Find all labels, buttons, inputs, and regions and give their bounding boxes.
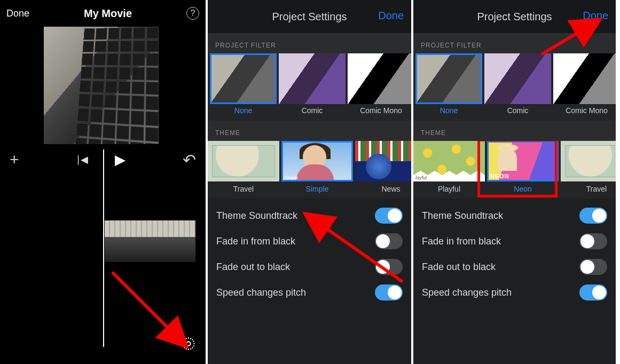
theme-news[interactable]: News	[355, 141, 411, 195]
toggle-list: Theme Soundtrack Fade in from black Fade…	[413, 199, 616, 310]
settings-done-button[interactable]: Done	[378, 10, 404, 22]
video-preview	[44, 27, 159, 144]
svg-line-3	[541, 19, 600, 54]
settings-pane-simple: Project Settings Done PROJECT FILTER Non…	[208, 0, 413, 364]
filter-comic[interactable]: Comic	[484, 53, 551, 117]
svg-line-2	[323, 226, 403, 282]
play-button[interactable]: ▶	[115, 152, 125, 168]
filter-list[interactable]: None Comic Comic Mono Ink	[413, 53, 616, 121]
filter-section-label: PROJECT FILTER	[208, 33, 411, 53]
filter-none[interactable]: None	[210, 53, 277, 117]
settings-title: Project Settings	[477, 11, 552, 23]
add-media-button[interactable]: +	[10, 151, 19, 169]
toggle-fade-out[interactable]: Fade out to black	[422, 254, 607, 280]
theme-travel[interactable]: Travel	[208, 141, 279, 195]
editor-header: Done My Movie ?	[0, 0, 206, 27]
annotation-arrow	[320, 223, 411, 292]
filter-list[interactable]: None Comic Comic Mono Ink	[208, 53, 411, 121]
theme-list[interactable]: layful Playful NEON Neon Travel	[413, 141, 616, 199]
editor-pane: Done My Movie ? + ∣◀ ▶ ↶	[0, 0, 208, 364]
skip-back-button[interactable]: ∣◀	[76, 154, 88, 165]
theme-neon[interactable]: NEON Neon	[487, 141, 559, 195]
annotation-arrow	[541, 16, 616, 59]
timeline-clip[interactable]	[105, 220, 195, 262]
svg-line-1	[112, 272, 187, 347]
timeline-playhead[interactable]	[103, 149, 104, 347]
toggle-fade-in[interactable]: Fade in from black	[422, 228, 607, 254]
filter-comic-mono[interactable]: Comic Mono	[553, 53, 618, 117]
theme-section-label: THEME	[208, 121, 411, 141]
settings-pane-neon: Project Settings Done PROJECT FILTER Non…	[413, 0, 618, 364]
annotation-arrow	[112, 272, 203, 363]
settings-title: Project Settings	[272, 11, 347, 23]
help-icon[interactable]: ?	[186, 7, 199, 20]
filter-none[interactable]: None	[415, 53, 482, 117]
filter-comic-mono[interactable]: Comic Mono	[348, 53, 413, 117]
undo-button[interactable]: ↶	[183, 151, 196, 169]
theme-simple[interactable]: Simple Simple	[281, 141, 353, 195]
theme-playful[interactable]: layful Playful	[413, 141, 485, 195]
toggle-speed-pitch[interactable]: Speed changes pitch	[422, 280, 607, 305]
settings-header: Project Settings Done	[208, 0, 411, 33]
editor-done-button[interactable]: Done	[6, 8, 29, 19]
toggle-theme-soundtrack[interactable]: Theme Soundtrack	[422, 203, 607, 228]
theme-travel[interactable]: Travel	[561, 141, 616, 195]
theme-section-label: THEME	[413, 121, 616, 141]
project-title: My Movie	[84, 7, 132, 20]
filter-comic[interactable]: Comic	[279, 53, 346, 117]
theme-list[interactable]: Travel Simple Simple News	[208, 141, 411, 199]
